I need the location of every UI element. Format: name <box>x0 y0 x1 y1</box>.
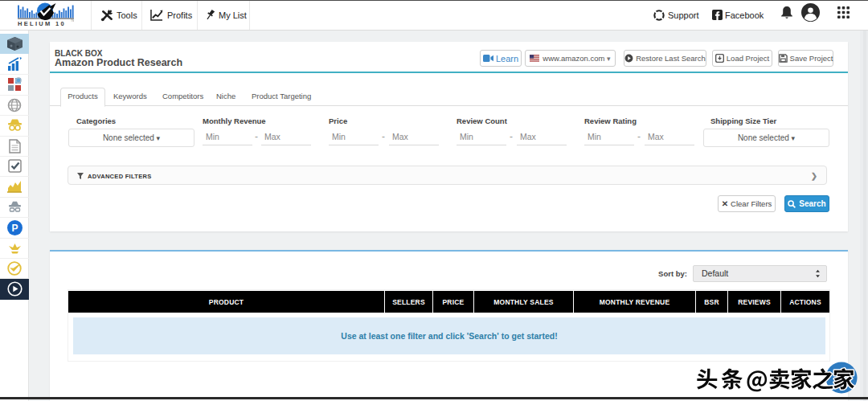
svg-text:P: P <box>11 223 18 234</box>
svg-text:TM: TM <box>71 19 74 23</box>
svg-text:HELIUM 10: HELIUM 10 <box>18 20 66 27</box>
